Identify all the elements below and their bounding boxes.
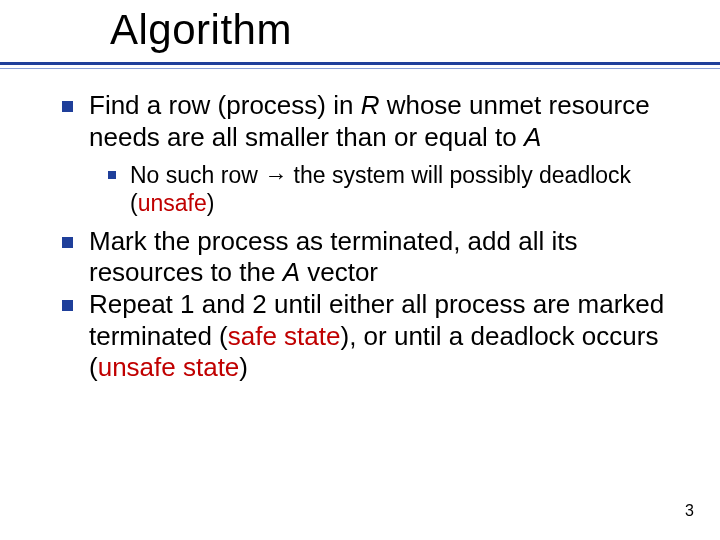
italic-A: A: [283, 257, 300, 287]
text-fragment: ): [207, 190, 215, 216]
bullet-2: Mark the process as terminated, add all …: [62, 226, 696, 289]
page-number: 3: [685, 502, 694, 520]
text-fragment: ): [239, 352, 248, 382]
slide-container: Algorithm Find a row (process) in R whos…: [0, 0, 720, 540]
bullet-1-text: Find a row (process) in R whose unmet re…: [89, 90, 696, 153]
italic-R: R: [361, 90, 380, 120]
square-bullet-icon: [62, 237, 73, 248]
square-bullet-icon: [108, 171, 116, 179]
content-area: Find a row (process) in R whose unmet re…: [62, 90, 696, 384]
square-bullet-icon: [62, 101, 73, 112]
safe-state-text: safe state: [228, 321, 341, 351]
slide-title: Algorithm: [110, 6, 292, 54]
bullet-1: Find a row (process) in R whose unmet re…: [62, 90, 696, 153]
text-fragment: Find a row (process) in: [89, 90, 361, 120]
text-fragment: No such row: [130, 162, 264, 188]
unsafe-state-text: unsafe state: [98, 352, 240, 382]
unsafe-text: unsafe: [138, 190, 207, 216]
bullet-3: Repeat 1 and 2 until either all process …: [62, 289, 696, 384]
italic-A: A: [524, 122, 541, 152]
title-underline-shadow: [0, 68, 720, 69]
bullet-1a-text: No such row → the system will possibly d…: [130, 161, 696, 217]
square-bullet-icon: [62, 300, 73, 311]
bullet-3-text: Repeat 1 and 2 until either all process …: [89, 289, 696, 384]
bullet-2-text: Mark the process as terminated, add all …: [89, 226, 696, 289]
text-fragment: vector: [300, 257, 378, 287]
title-underline: [0, 62, 720, 65]
bullet-1a: No such row → the system will possibly d…: [108, 161, 696, 217]
arrow-icon: →: [264, 162, 287, 188]
